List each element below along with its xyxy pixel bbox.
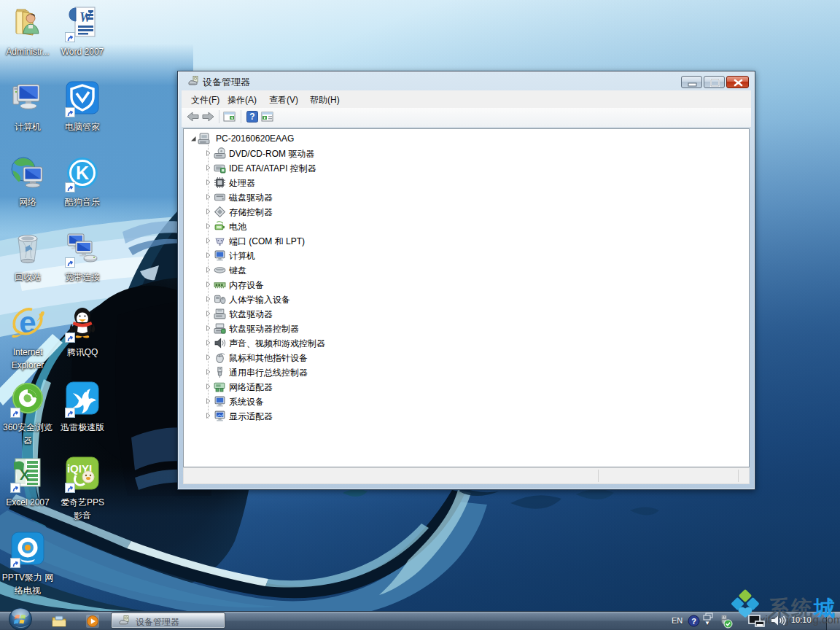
svg-text:?: ? bbox=[691, 617, 696, 626]
svg-text:X: X bbox=[20, 467, 30, 483]
svg-text:?: ? bbox=[249, 112, 254, 122]
svg-text:K: K bbox=[76, 163, 89, 183]
